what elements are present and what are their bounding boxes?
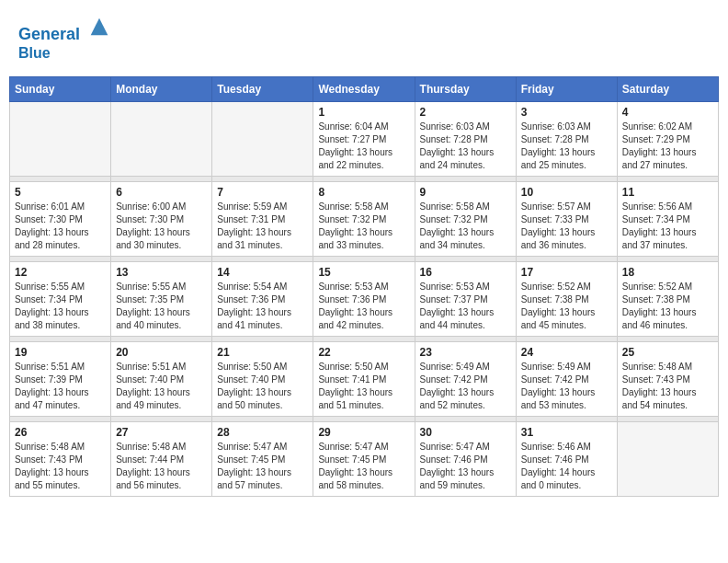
- day-number: 11: [622, 186, 713, 199]
- calendar-cell: 21Sunrise: 5:50 AMSunset: 7:40 PMDayligh…: [212, 341, 313, 416]
- day-number: 2: [420, 106, 511, 119]
- col-header-tuesday: Tuesday: [212, 76, 313, 101]
- calendar-cell: 17Sunrise: 5:52 AMSunset: 7:38 PMDayligh…: [516, 261, 617, 336]
- day-number: 22: [318, 346, 409, 359]
- day-number: 30: [420, 426, 511, 439]
- calendar-cell: 25Sunrise: 5:48 AMSunset: 7:43 PMDayligh…: [617, 341, 718, 416]
- calendar-cell: [10, 101, 111, 176]
- day-info: Sunrise: 6:03 AMSunset: 7:28 PMDaylight:…: [420, 121, 511, 172]
- day-info: Sunrise: 5:48 AMSunset: 7:44 PMDaylight:…: [116, 441, 207, 492]
- day-number: 27: [116, 426, 207, 439]
- calendar-cell: 18Sunrise: 5:52 AMSunset: 7:38 PMDayligh…: [617, 261, 718, 336]
- calendar-cell: 12Sunrise: 5:55 AMSunset: 7:34 PMDayligh…: [10, 261, 111, 336]
- day-number: 14: [217, 266, 308, 279]
- calendar-cell: 16Sunrise: 5:53 AMSunset: 7:37 PMDayligh…: [415, 261, 516, 336]
- calendar-cell: 14Sunrise: 5:54 AMSunset: 7:36 PMDayligh…: [212, 261, 313, 336]
- day-info: Sunrise: 5:51 AMSunset: 7:40 PMDaylight:…: [116, 361, 207, 412]
- calendar-cell: 5Sunrise: 6:01 AMSunset: 7:30 PMDaylight…: [10, 181, 111, 256]
- calendar-cell: 8Sunrise: 5:58 AMSunset: 7:32 PMDaylight…: [313, 181, 415, 256]
- calendar-cell: 30Sunrise: 5:47 AMSunset: 7:46 PMDayligh…: [415, 421, 516, 496]
- day-number: 5: [15, 186, 106, 199]
- day-number: 7: [217, 186, 308, 199]
- day-number: 31: [521, 426, 612, 439]
- day-number: 21: [217, 346, 308, 359]
- day-number: 17: [521, 266, 612, 279]
- calendar-cell: 23Sunrise: 5:49 AMSunset: 7:42 PMDayligh…: [415, 341, 516, 416]
- day-info: Sunrise: 5:48 AMSunset: 7:43 PMDaylight:…: [15, 441, 106, 492]
- calendar-cell: 9Sunrise: 5:58 AMSunset: 7:32 PMDaylight…: [415, 181, 516, 256]
- day-number: 4: [622, 106, 713, 119]
- calendar-week-row: 1Sunrise: 6:04 AMSunset: 7:27 PMDaylight…: [10, 101, 719, 176]
- svg-marker-0: [91, 18, 108, 36]
- calendar-header-row: SundayMondayTuesdayWednesdayThursdayFrid…: [10, 76, 719, 101]
- calendar-cell: 2Sunrise: 6:03 AMSunset: 7:28 PMDaylight…: [415, 101, 516, 176]
- calendar-cell: [111, 101, 212, 176]
- day-info: Sunrise: 5:55 AMSunset: 7:34 PMDaylight:…: [15, 281, 106, 332]
- day-info: Sunrise: 5:49 AMSunset: 7:42 PMDaylight:…: [521, 361, 612, 412]
- calendar-cell: 6Sunrise: 6:00 AMSunset: 7:30 PMDaylight…: [111, 181, 212, 256]
- day-info: Sunrise: 5:50 AMSunset: 7:40 PMDaylight:…: [217, 361, 308, 412]
- day-info: Sunrise: 6:01 AMSunset: 7:30 PMDaylight:…: [15, 201, 106, 252]
- day-info: Sunrise: 6:00 AMSunset: 7:30 PMDaylight:…: [116, 201, 207, 252]
- page-header: General Blue: [9, 9, 719, 67]
- day-info: Sunrise: 5:53 AMSunset: 7:36 PMDaylight:…: [318, 281, 409, 332]
- day-info: Sunrise: 5:59 AMSunset: 7:31 PMDaylight:…: [217, 201, 308, 252]
- calendar-table: SundayMondayTuesdayWednesdayThursdayFrid…: [9, 76, 719, 497]
- day-info: Sunrise: 5:51 AMSunset: 7:39 PMDaylight:…: [15, 361, 106, 412]
- day-number: 9: [420, 186, 511, 199]
- col-header-monday: Monday: [111, 76, 212, 101]
- calendar-cell: 1Sunrise: 6:04 AMSunset: 7:27 PMDaylight…: [313, 101, 415, 176]
- day-number: 29: [318, 426, 409, 439]
- calendar-cell: 31Sunrise: 5:46 AMSunset: 7:46 PMDayligh…: [516, 421, 617, 496]
- calendar-cell: 24Sunrise: 5:49 AMSunset: 7:42 PMDayligh…: [516, 341, 617, 416]
- day-number: 13: [116, 266, 207, 279]
- day-number: 18: [622, 266, 713, 279]
- day-number: 3: [521, 106, 612, 119]
- day-number: 8: [318, 186, 409, 199]
- day-number: 19: [15, 346, 106, 359]
- day-number: 28: [217, 426, 308, 439]
- calendar-cell: 3Sunrise: 6:03 AMSunset: 7:28 PMDaylight…: [516, 101, 617, 176]
- day-info: Sunrise: 6:04 AMSunset: 7:27 PMDaylight:…: [318, 121, 409, 172]
- calendar-week-row: 19Sunrise: 5:51 AMSunset: 7:39 PMDayligh…: [10, 341, 719, 416]
- day-info: Sunrise: 5:55 AMSunset: 7:35 PMDaylight:…: [116, 281, 207, 332]
- calendar-cell: 27Sunrise: 5:48 AMSunset: 7:44 PMDayligh…: [111, 421, 212, 496]
- day-info: Sunrise: 5:47 AMSunset: 7:45 PMDaylight:…: [318, 441, 409, 492]
- col-header-saturday: Saturday: [617, 76, 718, 101]
- day-info: Sunrise: 5:47 AMSunset: 7:46 PMDaylight:…: [420, 441, 511, 492]
- calendar-cell: 20Sunrise: 5:51 AMSunset: 7:40 PMDayligh…: [111, 341, 212, 416]
- logo: General Blue: [18, 14, 112, 63]
- day-number: 20: [116, 346, 207, 359]
- day-number: 16: [420, 266, 511, 279]
- calendar-cell: 22Sunrise: 5:50 AMSunset: 7:41 PMDayligh…: [313, 341, 415, 416]
- calendar-cell: 4Sunrise: 6:02 AMSunset: 7:29 PMDaylight…: [617, 101, 718, 176]
- calendar-week-row: 5Sunrise: 6:01 AMSunset: 7:30 PMDaylight…: [10, 181, 719, 256]
- col-header-thursday: Thursday: [415, 76, 516, 101]
- day-info: Sunrise: 5:58 AMSunset: 7:32 PMDaylight:…: [318, 201, 409, 252]
- day-number: 25: [622, 346, 713, 359]
- logo-general: General: [18, 25, 80, 43]
- day-number: 6: [116, 186, 207, 199]
- day-info: Sunrise: 5:52 AMSunset: 7:38 PMDaylight:…: [622, 281, 713, 332]
- day-number: 12: [15, 266, 106, 279]
- calendar-cell: 28Sunrise: 5:47 AMSunset: 7:45 PMDayligh…: [212, 421, 313, 496]
- day-number: 24: [521, 346, 612, 359]
- day-info: Sunrise: 5:58 AMSunset: 7:32 PMDaylight:…: [420, 201, 511, 252]
- calendar-week-row: 12Sunrise: 5:55 AMSunset: 7:34 PMDayligh…: [10, 261, 719, 336]
- day-info: Sunrise: 5:47 AMSunset: 7:45 PMDaylight:…: [217, 441, 308, 492]
- logo-blue: Blue: [18, 45, 51, 61]
- day-number: 23: [420, 346, 511, 359]
- calendar-cell: 15Sunrise: 5:53 AMSunset: 7:36 PMDayligh…: [313, 261, 415, 336]
- col-header-sunday: Sunday: [10, 76, 111, 101]
- calendar-cell: 29Sunrise: 5:47 AMSunset: 7:45 PMDayligh…: [313, 421, 415, 496]
- day-info: Sunrise: 6:02 AMSunset: 7:29 PMDaylight:…: [622, 121, 713, 172]
- day-info: Sunrise: 5:53 AMSunset: 7:37 PMDaylight:…: [420, 281, 511, 332]
- calendar-cell: 7Sunrise: 5:59 AMSunset: 7:31 PMDaylight…: [212, 181, 313, 256]
- calendar-cell: [617, 421, 718, 496]
- day-info: Sunrise: 5:49 AMSunset: 7:42 PMDaylight:…: [420, 361, 511, 412]
- day-info: Sunrise: 5:50 AMSunset: 7:41 PMDaylight:…: [318, 361, 409, 412]
- calendar-cell: [212, 101, 313, 176]
- day-info: Sunrise: 5:46 AMSunset: 7:46 PMDaylight:…: [521, 441, 612, 492]
- calendar-cell: 26Sunrise: 5:48 AMSunset: 7:43 PMDayligh…: [10, 421, 111, 496]
- day-number: 15: [318, 266, 409, 279]
